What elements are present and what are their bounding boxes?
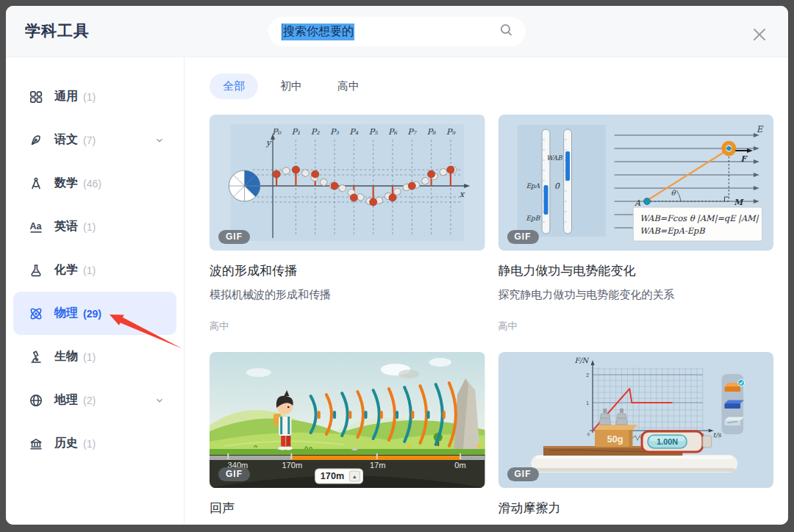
sidebar-item-count: (1)	[83, 91, 96, 103]
svg-text:50g: 50g	[607, 434, 623, 445]
card-level-tag: 高中	[210, 320, 485, 339]
svg-text:P₇: P₇	[407, 127, 418, 137]
svg-text:θ: θ	[670, 189, 676, 197]
svg-text:WAB=EpA-EpB: WAB=EpA-EpB	[640, 226, 706, 236]
svg-text:P₉: P₉	[446, 127, 457, 137]
sidebar-item-count: (46)	[83, 178, 101, 190]
microscope-icon	[28, 349, 44, 365]
card-thumbnail[interactable]: y x	[210, 115, 485, 251]
svg-text:t/s: t/s	[712, 431, 721, 439]
sidebar-item-math[interactable]: 数学 (46)	[13, 162, 176, 205]
page-title: 学科工具	[25, 21, 90, 41]
wave-diagram: y x	[210, 115, 485, 251]
svg-text:170m: 170m	[282, 461, 302, 470]
grid-icon	[28, 89, 44, 105]
sidebar-item-history[interactable]: 历史 (1)	[13, 422, 176, 465]
sidebar-item-label: 通用	[54, 89, 78, 104]
sidebar-item-count: (1)	[83, 221, 96, 233]
card-title: 滑动摩擦力	[498, 500, 774, 517]
gif-badge: GIF	[507, 467, 539, 481]
sidebar-item-label: 生物	[54, 349, 78, 364]
sidebar-item-label: 语文	[54, 132, 78, 148]
card-title: 静电力做功与电势能变化	[498, 262, 774, 279]
sidebar-item-geography[interactable]: 地理 (2)	[13, 378, 176, 422]
tool-card-grid: y x	[210, 115, 773, 517]
sidebar-item-label: 地理	[54, 392, 78, 408]
svg-text:P₄: P₄	[349, 127, 359, 137]
search-selected-text: 搜索你想要的	[282, 24, 354, 40]
card-description: 探究静电力做功与电势能变化的关系	[498, 288, 774, 302]
close-icon[interactable]	[751, 26, 768, 43]
svg-text:WAB: WAB	[546, 154, 563, 162]
card-title: 回声	[210, 500, 485, 517]
card-thumbnail[interactable]: 340m 170m 17m 0m 170m ▲	[210, 352, 485, 488]
svg-text:0m: 0m	[454, 461, 465, 470]
svg-text:P₃: P₃	[330, 127, 340, 137]
atom-icon	[28, 306, 44, 322]
tab-junior[interactable]: 初中	[267, 73, 315, 99]
search-input[interactable]: 搜索你想要的	[268, 17, 526, 46]
svg-text:M: M	[734, 198, 744, 207]
sidebar-item-label: 数学	[54, 176, 78, 191]
tab-all[interactable]: 全部	[210, 73, 258, 99]
svg-text:P₆: P₆	[388, 127, 398, 137]
svg-text:▲: ▲	[352, 475, 357, 480]
sidebar-item-count: (1)	[83, 265, 96, 276]
svg-text:P₁: P₁	[291, 127, 300, 137]
gif-badge: GIF	[507, 230, 539, 244]
svg-text:WAB=Fcos θ |AM|=qE |AM|: WAB=Fcos θ |AM|=qE |AM|	[640, 213, 759, 223]
dialog-header: 学科工具 搜索你想要的	[6, 6, 788, 57]
distance-selector: 170m ▲	[315, 469, 363, 484]
gif-badge: GIF	[218, 230, 250, 244]
globe-icon	[28, 392, 44, 409]
Aa-icon: Aa	[28, 219, 44, 235]
card-thumbnail[interactable]: WAB EpA 0 EpB E	[498, 115, 774, 251]
subject-tools-dialog: 学科工具 搜索你想要的 通用 (1) 语文 (7)	[6, 6, 788, 525]
svg-text:P₅: P₅	[369, 127, 379, 137]
sidebar-item-count: (1)	[83, 438, 96, 450]
svg-text:EpA: EpA	[526, 182, 540, 190]
svg-text:A: A	[634, 198, 641, 208]
card-sliding-friction[interactable]: F/N 2 1 0 1 2 3 4 5 6 7	[498, 352, 774, 517]
svg-text:170m: 170m	[321, 472, 344, 482]
electric-field-diagram: WAB EpA 0 EpB E	[498, 115, 774, 251]
card-electrostatic-work[interactable]: WAB EpA 0 EpB E	[498, 115, 774, 339]
flask-icon	[28, 262, 44, 278]
sidebar-item-chinese[interactable]: 语文 (7)	[13, 118, 176, 162]
bank-icon	[28, 436, 44, 452]
compass-icon	[28, 176, 44, 192]
sidebar-item-count: (1)	[83, 351, 96, 363]
sidebar-item-label: 化学	[54, 262, 78, 278]
svg-text:P₂: P₂	[311, 127, 321, 137]
sidebar-item-english[interactable]: Aa 英语 (1)	[13, 205, 176, 248]
sidebar-item-biology[interactable]: 生物 (1)	[13, 335, 176, 378]
sidebar-item-physics[interactable]: 物理 (29)	[13, 292, 176, 335]
content-area: 全部 初中 高中	[185, 57, 788, 525]
chevron-down-icon[interactable]	[154, 395, 165, 406]
gif-badge: GIF	[218, 467, 250, 481]
card-thumbnail[interactable]: F/N 2 1 0 1 2 3 4 5 6 7	[498, 352, 774, 488]
echo-scene: 340m 170m 17m 0m 170m ▲	[210, 352, 485, 488]
svg-text:P₈: P₈	[427, 127, 437, 137]
svg-text:2: 2	[586, 373, 589, 378]
card-echo[interactable]: 340m 170m 17m 0m 170m ▲	[210, 352, 485, 517]
sidebar-item-count: (29)	[83, 308, 101, 320]
svg-text:P₀: P₀	[272, 127, 282, 137]
sidebar-item-general[interactable]: 通用 (1)	[13, 75, 176, 118]
friction-experiment: F/N 2 1 0 1 2 3 4 5 6 7	[498, 352, 774, 488]
sidebar-item-label: 英语	[54, 219, 78, 234]
sidebar-item-label: 历史	[54, 436, 78, 451]
chevron-down-icon[interactable]	[154, 135, 165, 145]
level-tabs: 全部 初中 高中	[210, 73, 773, 99]
svg-text:E: E	[756, 124, 763, 134]
card-level-tag: 高中	[498, 320, 774, 339]
subject-sidebar: 通用 (1) 语文 (7) 数学 (46) Aa 英语 (1)	[6, 57, 185, 525]
card-description: 模拟机械波的形成和传播	[210, 288, 485, 302]
search-icon[interactable]	[499, 23, 514, 40]
sidebar-item-chemistry[interactable]: 化学 (1)	[13, 248, 176, 292]
tab-senior[interactable]: 高中	[324, 73, 373, 99]
svg-text:17m: 17m	[370, 461, 386, 470]
card-wave-formation[interactable]: y x	[210, 115, 485, 339]
pen-icon	[28, 132, 44, 148]
svg-text:Aa: Aa	[30, 221, 43, 231]
